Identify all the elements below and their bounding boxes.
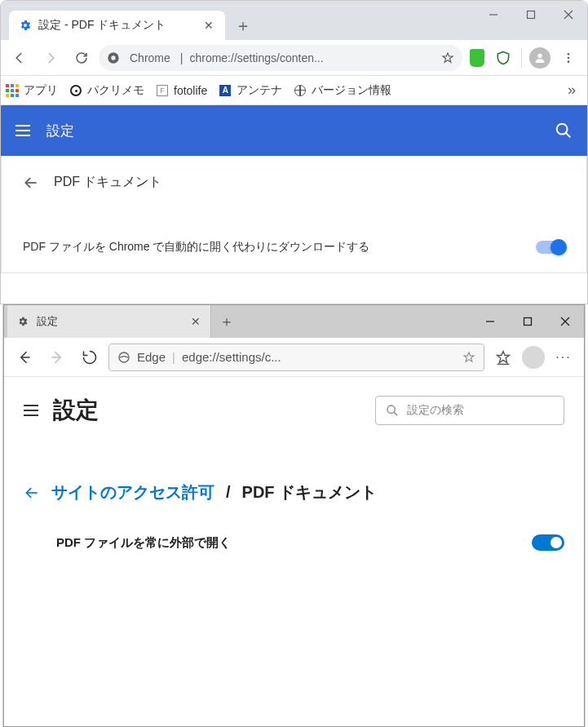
svg-point-18: [387, 406, 395, 413]
minimize-button[interactable]: [471, 305, 509, 338]
antenna-icon: A: [219, 84, 232, 97]
chrome-menu-button[interactable]: [555, 44, 582, 72]
svg-line-11: [566, 133, 571, 138]
section-title: PDF ドキュメント: [54, 174, 161, 191]
svg-point-10: [557, 124, 568, 135]
back-button[interactable]: [6, 44, 33, 72]
edge-settings-header: 設定 設定の検索: [4, 395, 584, 441]
bookmark-pakumemo[interactable]: パクリメモ: [69, 83, 144, 98]
svg-line-19: [394, 412, 397, 415]
bookmark-antenna[interactable]: A アンテナ: [219, 83, 282, 98]
edge-toolbar: Edge | edge://settings/c... ···: [4, 338, 584, 377]
close-icon[interactable]: ✕: [202, 19, 215, 32]
back-arrow-button[interactable]: [23, 175, 39, 191]
svg-point-5: [111, 55, 115, 60]
window-controls: [475, 1, 587, 40]
forward-button[interactable]: [43, 344, 71, 371]
settings-section: PDF ドキュメント PDF ファイルを Chrome で自動的に開く代わりにダ…: [1, 156, 587, 273]
bookmark-label: パクリメモ: [87, 83, 144, 98]
bookmarks-overflow-button[interactable]: »: [568, 82, 582, 99]
toggle-label: PDF ファイルを常に外部で開く: [56, 535, 231, 551]
omnibox-chip: Chrome: [126, 51, 174, 64]
toggle-switch-on[interactable]: [536, 241, 565, 254]
close-icon[interactable]: ✕: [191, 315, 201, 328]
svg-point-7: [568, 53, 570, 55]
search-placeholder: 設定の検索: [407, 403, 464, 418]
omnibox-url: chrome://settings/conten...: [189, 51, 435, 64]
bookmark-version[interactable]: バージョン情報: [294, 83, 391, 98]
back-arrow-button[interactable]: [24, 485, 40, 501]
bookmark-label: アンテナ: [237, 83, 282, 98]
extension-shield-outline-icon[interactable]: [492, 47, 515, 69]
back-button[interactable]: [11, 344, 38, 371]
maximize-button[interactable]: [512, 1, 550, 29]
breadcrumb: サイトのアクセス許可 / PDF ドキュメント: [4, 441, 584, 528]
omnibox[interactable]: Chrome | chrome://settings/conten...: [99, 45, 462, 71]
toolbar-separator: [521, 48, 522, 68]
chrome-tabstrip: 設定 - PDF ドキュメント ✕ ＋: [1, 1, 475, 40]
reload-button[interactable]: [68, 44, 95, 72]
toggle-row-download-pdf: PDF ファイルを Chrome で自動的に開く代わりにダウンロードする: [23, 240, 565, 255]
maximize-button[interactable]: [509, 305, 546, 338]
apps-icon: [6, 84, 19, 97]
bookmark-apps[interactable]: アプリ: [6, 83, 58, 98]
bookmark-label: アプリ: [24, 83, 58, 98]
bookmark-fotolife[interactable]: F fotolife: [156, 84, 207, 97]
bookmark-label: バージョン情報: [312, 83, 391, 98]
edge-tab-active[interactable]: 設定 ✕: [7, 305, 211, 338]
toggle-switch-on[interactable]: [532, 534, 564, 551]
close-button[interactable]: [550, 1, 587, 29]
hamburger-menu-button[interactable]: [15, 125, 30, 136]
breadcrumb-link[interactable]: サイトのアクセス許可: [51, 481, 214, 503]
bookmark-star-icon[interactable]: [462, 351, 475, 364]
chrome-titlebar: 設定 - PDF ドキュメント ✕ ＋: [1, 1, 587, 40]
reload-button[interactable]: [76, 344, 104, 371]
new-tab-button[interactable]: ＋: [232, 14, 254, 37]
search-button[interactable]: [555, 122, 573, 140]
settings-search-input[interactable]: 設定の検索: [375, 396, 564, 425]
settings-header: 設定: [1, 105, 587, 156]
chrome-toolbar: Chrome | chrome://settings/conten...: [1, 40, 587, 76]
close-button[interactable]: [546, 305, 584, 338]
profile-button[interactable]: [528, 47, 551, 69]
omnibox-separator: |: [180, 51, 183, 64]
settings-title: 設定: [53, 395, 360, 426]
window-controls: [471, 305, 584, 338]
extension-shield-green-icon[interactable]: [466, 47, 489, 69]
edge-window: 設定 ✕ ＋ Edge | edge://settings/c... ··· 設: [3, 304, 585, 727]
section-header: PDF ドキュメント: [23, 174, 565, 191]
omnibox-url: edge://settings/c...: [182, 350, 456, 364]
edge-menu-button[interactable]: ···: [550, 350, 577, 365]
minimize-button[interactable]: [475, 1, 512, 29]
settings-header-title: 設定: [46, 122, 538, 140]
edge-settings-content: 設定 設定の検索 サイトのアクセス許可 / PDF ドキュメント PDF ファイ…: [4, 377, 584, 551]
svg-rect-1: [528, 11, 535, 19]
omnibox-separator: |: [172, 350, 175, 364]
omnibox[interactable]: Edge | edge://settings/c...: [108, 344, 484, 371]
svg-rect-13: [524, 318, 532, 326]
gear-icon: [17, 316, 29, 327]
pakumemo-icon: [69, 84, 82, 97]
bookmark-label: fotolife: [174, 84, 207, 97]
svg-point-8: [568, 56, 570, 59]
search-icon: [386, 404, 399, 417]
bookmarks-bar: アプリ パクリメモ F fotolife A アンテナ バージョン情報 »: [1, 76, 587, 105]
toggle-row-open-external: PDF ファイルを常に外部で開く: [4, 528, 584, 551]
hamburger-menu-button[interactable]: [24, 405, 38, 416]
fotolife-icon: F: [156, 84, 169, 97]
svg-point-9: [568, 60, 570, 63]
new-tab-button[interactable]: ＋: [211, 305, 242, 338]
chrome-window: 設定 - PDF ドキュメント ✕ ＋ Chrome | chrome://se…: [0, 0, 588, 304]
breadcrumb-current: PDF ドキュメント: [242, 481, 378, 503]
svg-point-6: [537, 53, 542, 57]
profile-button[interactable]: [522, 346, 545, 369]
toggle-label: PDF ファイルを Chrome で自動的に開く代わりにダウンロードする: [23, 240, 369, 255]
tab-title: 設定: [37, 314, 58, 329]
omnibox-chip: Edge: [137, 350, 166, 364]
bookmark-star-icon[interactable]: [441, 51, 454, 64]
favorites-button[interactable]: [489, 344, 517, 371]
tab-title: 設定 - PDF ドキュメント: [38, 18, 196, 33]
chrome-tab-active[interactable]: 設定 - PDF ドキュメント ✕: [9, 11, 225, 40]
forward-button[interactable]: [37, 44, 64, 72]
edge-product-icon: [117, 351, 130, 364]
